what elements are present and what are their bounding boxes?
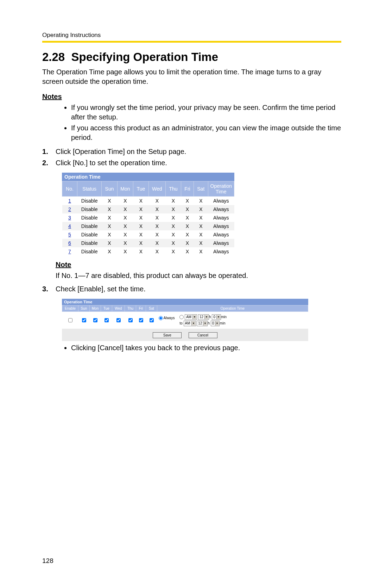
row-sat: X [194,239,208,247]
col-wed: Wed [148,181,165,197]
step-item: Click [No.] to set the operation time. [42,158,341,168]
row-sat: X [194,247,208,256]
row-thu: X [165,197,181,205]
operation-time-table: No. Status Sun Mon Tue Wed Thu Fri Sat O… [62,181,234,256]
list-item: If you wrongly set the time period, your… [71,103,341,122]
wed-checkbox[interactable] [116,318,121,322]
col-sun: Sun [102,181,117,197]
row-sat: X [194,213,208,222]
col-tue: Tue [101,305,112,312]
row-tue: X [133,230,149,239]
row-no-link[interactable]: 1 [68,198,71,204]
col-thu: Thu [165,181,181,197]
row-wed: X [148,205,165,213]
row-wed: X [148,239,165,247]
row-fri: X [181,205,194,213]
table-row: 4DisableXXXXXXXAlways [62,222,234,230]
operation-time-panel: Operation Time No. Status Sun Mon Tue We… [62,173,234,256]
row-fri: X [181,247,194,256]
running-header: Operating Instructions [42,32,341,39]
min-label: min [220,321,225,325]
row-mon: X [117,230,133,239]
h-label: h [209,315,211,319]
col-sat: Sat [146,305,157,312]
from-min-select[interactable]: 0▾ [212,314,221,320]
thu-checkbox[interactable] [128,318,133,322]
to-ampm-select[interactable]: AM▾ [184,321,196,326]
row-tue: X [133,213,149,222]
step-item: Check [Enable], set the time. [42,284,341,294]
to-hour-select[interactable]: 12▾ [197,321,208,326]
section-heading: 2.28 Specifying Operation Time [42,50,341,64]
notes-heading: Notes [42,93,341,101]
row-no-link[interactable]: 5 [68,232,71,237]
col-mon: Mon [90,305,101,312]
row-tue: X [133,247,149,256]
sat-checkbox[interactable] [150,318,154,322]
note-text: If No. 1—7 are disabled, this product ca… [56,271,341,280]
tue-checkbox[interactable] [104,318,109,322]
timerange-radio[interactable] [179,315,184,319]
row-sat: X [194,205,208,213]
row-no-link[interactable]: 6 [68,240,71,246]
post-step-note-list: Clicking [Cancel] takes you back to the … [42,343,341,353]
table-row: 1DisableXXXXXXXAlways [62,197,234,205]
table-row: 2DisableXXXXXXXAlways [62,205,234,213]
row-status: Disable [77,222,102,230]
row-no-link[interactable]: 2 [68,206,71,212]
col-mon: Mon [117,181,133,197]
row-sun: X [102,222,117,230]
sun-checkbox[interactable] [82,318,86,322]
col-fri: Fri [136,305,146,312]
col-enable: Enable [62,305,78,312]
always-radio[interactable] [159,316,163,320]
cancel-button[interactable]: Cancel [189,332,217,338]
row-operation-time: Always [208,222,234,230]
operation-time-setting-panel: Operation Time Enable Sun Mon Tue Wed Th… [62,299,308,341]
row-no-link[interactable]: 3 [68,215,71,221]
row-sun: X [102,247,117,256]
row-thu: X [165,213,181,222]
col-operation-time: Operation Time [157,305,308,312]
row-wed: X [148,213,165,222]
row-tue: X [133,205,149,213]
row-mon: X [117,239,133,247]
row-sun: X [102,213,117,222]
row-status: Disable [77,213,102,222]
row-mon: X [117,222,133,230]
row-status: Disable [77,247,102,256]
col-sun: Sun [78,305,90,312]
row-no-link[interactable]: 7 [68,249,71,254]
fri-checkbox[interactable] [139,318,143,322]
row-mon: X [117,247,133,256]
table-row: 3DisableXXXXXXXAlways [62,213,234,222]
from-hour-select[interactable]: 12▾ [198,314,209,320]
row-thu: X [165,230,181,239]
col-wed: Wed [112,305,125,312]
h-label: h [208,321,210,325]
setting-row: Always AM▾ 12▾h 0▾min to [62,312,308,329]
row-thu: X [165,247,181,256]
from-ampm-select[interactable]: AM▾ [185,314,197,320]
row-mon: X [117,213,133,222]
col-status: Status [77,181,102,197]
row-no-link[interactable]: 4 [68,223,71,229]
setting-table: Enable Sun Mon Tue Wed Thu Fri Sat Opera… [62,305,308,329]
table-row: 7DisableXXXXXXXAlways [62,247,234,256]
row-wed: X [148,247,165,256]
row-status: Disable [77,239,102,247]
row-fri: X [181,197,194,205]
to-label: to [179,321,182,325]
section-number: 2.28 [42,50,65,63]
to-min-select[interactable]: 0▾ [211,321,220,326]
panel-title: Operation Time [62,299,308,305]
enable-checkbox[interactable] [68,318,72,322]
page-number: 128 [42,557,53,565]
row-wed: X [148,222,165,230]
panel-title: Operation Time [62,173,234,181]
mon-checkbox[interactable] [93,318,97,322]
row-fri: X [181,213,194,222]
save-button[interactable]: Save [153,332,182,338]
row-operation-time: Always [208,197,234,205]
row-thu: X [165,222,181,230]
